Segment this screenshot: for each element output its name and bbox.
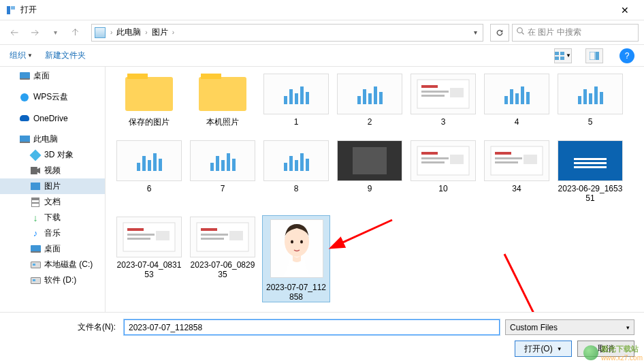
file-label: 2023-07-07_112858 [263,283,329,302]
sidebar-item-disk[interactable]: 本地磁盘 (C:) [0,257,105,272]
file-item[interactable]: 5 [556,72,624,127]
svg-rect-17 [421,157,449,159]
sidebar-item-music[interactable]: ♪音乐 [0,225,105,241]
search-input[interactable]: 在 图片 中搜索 [512,24,639,42]
file-label: 4 [483,117,551,127]
file-type-select[interactable]: Custom Files ▾ [505,319,634,335]
file-item[interactable]: 1 [262,72,330,127]
file-label: 2023-06-29_165351 [556,184,624,203]
file-label: 5 [556,117,624,127]
sidebar-item-3d[interactable]: 3D 对象 [0,147,105,163]
app-icon [5,5,16,16]
preview-pane-button[interactable] [585,48,603,63]
file-item[interactable]: 10 [409,139,477,203]
chevron-down-icon: ▼ [566,52,571,59]
sidebar-item-label: 3D 对象 [44,149,74,161]
chevron-right-icon: › [145,29,147,36]
file-item[interactable]: 4 [483,72,551,127]
file-item[interactable]: 34 [483,139,551,203]
file-item[interactable]: 保存的图片 [115,72,183,127]
help-button[interactable]: ? [619,48,634,63]
breadcrumb-folder[interactable]: 图片 [150,25,170,40]
file-item[interactable]: 6 [115,139,183,203]
chevron-down-icon: ▾ [626,324,630,331]
sidebar-item-pc[interactable]: 此电脑 [0,131,105,147]
sidebar-item-onedrive[interactable]: OneDrive [0,110,105,126]
svg-rect-4 [555,52,559,55]
svg-rect-14 [450,88,464,97]
desktop-icon [19,71,30,82]
file-item[interactable]: 本机照片 [189,72,257,127]
file-item[interactable]: 8 [262,139,330,203]
sidebar-item-pictures[interactable]: 图片 [0,178,105,194]
up-button[interactable]: 🡡 [67,24,84,42]
location-icon [95,27,106,38]
svg-point-38 [300,240,303,244]
sidebar-item-label: 软件 (D:) [44,274,76,286]
wps-icon [19,92,30,103]
view-mode-button[interactable]: ▼ [554,48,572,63]
svg-rect-29 [156,231,170,240]
sidebar-item-label: 音乐 [44,227,61,239]
refresh-button[interactable] [490,24,509,42]
back-button[interactable]: 🡠 [5,24,23,42]
pc-icon [19,134,30,145]
forward-button[interactable]: 🡢 [26,24,44,42]
file-item[interactable]: 7 [189,139,257,203]
file-item[interactable]: 9 [336,139,404,203]
file-item[interactable]: 2023-07-07_112858 [262,215,330,302]
sidebar-item-label: 图片 [44,180,61,192]
file-label: 保存的图片 [115,117,183,127]
svg-rect-13 [421,95,445,97]
svg-rect-21 [495,152,511,155]
file-item[interactable]: 2023-07-04_083153 [115,215,183,302]
svg-rect-24 [524,155,537,164]
main-area: 桌面WPS云盘OneDrive此电脑3D 对象视频图片文档↓下载♪音乐桌面本地磁… [0,67,644,312]
breadcrumb-root[interactable]: 此电脑 [114,25,143,40]
svg-rect-33 [201,238,224,240]
svg-rect-27 [127,234,155,236]
svg-rect-34 [229,231,243,240]
svg-rect-11 [421,85,438,88]
sidebar-item-desktop[interactable]: 桌面 [0,68,105,84]
sidebar-item-video[interactable]: 视频 [0,163,105,178]
recent-dropdown[interactable]: ▾ [46,24,64,42]
svg-rect-6 [555,57,559,60]
sidebar-item-label: 本地磁盘 (C:) [44,259,93,270]
breadcrumb-dropdown[interactable]: ▾ [471,29,480,36]
sidebar-item-desktop[interactable]: 桌面 [0,241,105,257]
navbar: 🡠 🡢 ▾ 🡡 › 此电脑 › 图片 › ▾ 在 图片 中搜索 [0,20,644,45]
open-button[interactable]: 打开(O)▼ [515,341,572,357]
breadcrumb[interactable]: › 此电脑 › 图片 › ▾ [91,24,483,42]
file-item[interactable]: 2 [336,72,404,127]
svg-rect-5 [560,52,564,55]
svg-point-2 [517,28,523,33]
chevron-down-icon: ▼ [27,52,33,59]
cancel-button[interactable]: 取消 [577,341,634,357]
file-label: 2 [336,117,404,127]
file-label: 10 [409,184,477,193]
file-item[interactable]: 2023-06-29_165351 [556,139,624,203]
sidebar-item-wps[interactable]: WPS云盘 [0,89,105,105]
filename-input[interactable] [124,319,500,335]
file-label: 2023-07-04_083153 [115,260,183,279]
download-icon: ↓ [30,212,41,223]
svg-rect-26 [127,228,144,231]
disk-icon [30,259,41,270]
file-list[interactable]: 保存的图片本机照片12345 678910342023-06-29_165351… [106,67,644,312]
sidebar-item-download[interactable]: ↓下载 [0,210,105,225]
organize-menu[interactable]: 组织▼ [10,50,33,61]
sidebar-item-docs[interactable]: 文档 [0,194,105,210]
file-item[interactable]: 3 [409,72,477,127]
file-item[interactable]: 2023-07-06_082935 [189,215,257,302]
file-label: 2023-07-06_082935 [189,260,257,279]
new-folder-button[interactable]: 新建文件夹 [45,50,86,61]
svg-rect-8 [590,52,595,60]
svg-rect-23 [495,161,518,163]
sidebar-item-label: 下载 [44,212,61,223]
file-label: 3 [409,117,477,127]
sidebar-item-disk[interactable]: 软件 (D:) [0,272,105,288]
pictures-icon [30,181,41,192]
close-button[interactable]: ✕ [611,0,639,20]
sidebar: 桌面WPS云盘OneDrive此电脑3D 对象视频图片文档↓下载♪音乐桌面本地磁… [0,67,106,312]
